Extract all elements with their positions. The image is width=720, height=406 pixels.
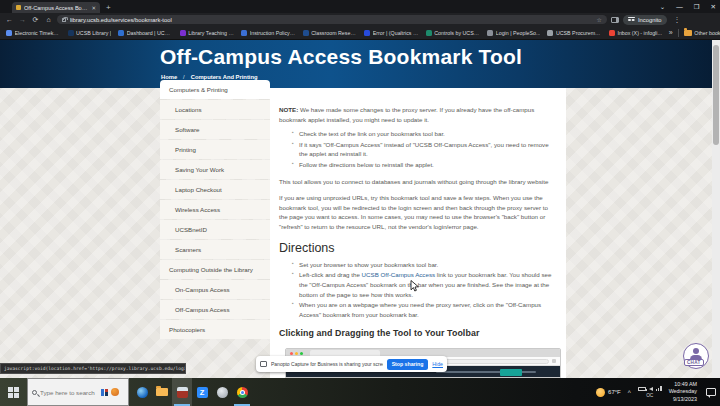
minimize-button[interactable]: — bbox=[676, 0, 683, 13]
tab-favicon-icon bbox=[16, 5, 21, 10]
bookmark-item[interactable]: Classroom Reserva... bbox=[303, 30, 358, 36]
chrome-app-button[interactable] bbox=[232, 378, 252, 406]
incognito-label: Incognito bbox=[638, 17, 662, 23]
chat-label: CHAT bbox=[684, 359, 704, 366]
other-bookmarks-button[interactable]: Other bookmarks bbox=[684, 30, 720, 36]
scrollbar-thumb[interactable] bbox=[713, 45, 719, 145]
directions-bullet-list: Set your browser to show your bookmarks … bbox=[292, 260, 556, 320]
action-center-icon[interactable] bbox=[706, 388, 716, 396]
screenshot-nav-links bbox=[436, 371, 506, 373]
search-input[interactable] bbox=[40, 389, 98, 396]
search-daily-icon bbox=[111, 388, 119, 396]
bookmark-favicon-icon bbox=[609, 30, 615, 36]
bookmark-favicon-icon bbox=[547, 30, 553, 36]
browser-tab[interactable]: Off-Campus Access Bookmark To ✕ bbox=[12, 2, 100, 13]
network-icon[interactable] bbox=[656, 386, 662, 391]
close-button[interactable]: ✕ bbox=[711, 0, 716, 13]
file-explorer-button[interactable] bbox=[152, 378, 172, 406]
bookmark-item[interactable]: Controls by UCSB... bbox=[426, 30, 481, 36]
home-button[interactable]: ⌂ bbox=[44, 16, 53, 23]
back-button[interactable]: ← bbox=[5, 16, 14, 23]
bookmark-item[interactable]: Error | (Qualtrics In... bbox=[364, 30, 419, 36]
bookmarks-overflow-icon[interactable]: » bbox=[669, 29, 673, 36]
new-tab-button[interactable]: + bbox=[106, 2, 111, 13]
dragging-heading: Clicking and Dragging the Tool to Your T… bbox=[279, 328, 556, 338]
sidebar-item-computing-outside[interactable]: Computing Outside the Library bbox=[160, 260, 270, 279]
hide-link[interactable]: Hide bbox=[432, 361, 443, 367]
volume-icon[interactable] bbox=[649, 387, 653, 391]
main-content: NOTE: We have made some changes to the p… bbox=[270, 88, 566, 378]
sidebar-item-scanners[interactable]: Scanners bbox=[160, 240, 270, 259]
file-explorer-icon bbox=[156, 388, 168, 396]
tab-close-icon[interactable]: ✕ bbox=[91, 5, 96, 11]
mac-close-icon bbox=[290, 352, 293, 355]
tab-search-icon[interactable]: ⌄ bbox=[660, 0, 665, 13]
chrome-icon bbox=[237, 387, 248, 398]
bookmark-favicon-icon bbox=[426, 30, 432, 36]
bookmark-star-icon[interactable]: ☆ bbox=[597, 16, 602, 23]
sidebar-item-locations[interactable]: Locations bbox=[160, 100, 270, 119]
edge-icon bbox=[137, 387, 148, 398]
note-bullet: If it says "Off-Campus Access" instead o… bbox=[292, 140, 556, 159]
taskbar-search-box[interactable] bbox=[27, 378, 129, 406]
sidebar-item-off-campus-access[interactable]: Off-Campus Access bbox=[160, 300, 270, 319]
sidebar-item-wireless-access[interactable]: Wireless Access bbox=[160, 200, 270, 219]
note-bullet-list: Check the text of the link on your bookm… bbox=[292, 129, 556, 169]
gray-app-button[interactable] bbox=[212, 378, 232, 406]
bookmark-favicon-icon bbox=[487, 30, 493, 36]
side-panel-icon[interactable] bbox=[611, 17, 619, 23]
bookmark-favicon-icon bbox=[6, 30, 12, 36]
sidebar-item-ucsbnetid[interactable]: UCSBnetID bbox=[160, 220, 270, 239]
note-bullet: Follow the directions below to reinstall… bbox=[292, 160, 556, 170]
start-button[interactable] bbox=[0, 378, 27, 406]
address-bar[interactable]: library.ucsb.edu/services/bookmark-tool … bbox=[57, 15, 607, 24]
off-campus-access-bookmarklet-link[interactable]: UCSB Off-Campus Access bbox=[362, 271, 435, 278]
bookmark-item[interactable]: UCSB Procurement... bbox=[547, 30, 602, 36]
sidebar-item-on-campus-access[interactable]: On-Campus Access bbox=[160, 280, 270, 299]
screen-share-notification: Panopto Capture for Business is sharing … bbox=[256, 356, 447, 372]
bookmark-item[interactable]: Electronic Timeke... bbox=[6, 30, 61, 36]
clock-time: 10:49 AM bbox=[669, 381, 697, 388]
bookmark-item[interactable]: UCSB Library | bbox=[68, 30, 112, 36]
bookmark-item[interactable]: Instruction Policy a... bbox=[241, 30, 296, 36]
note-label: NOTE: bbox=[279, 106, 298, 113]
battery-icon[interactable] bbox=[638, 387, 646, 391]
weather-widget[interactable]: 67°F bbox=[596, 388, 621, 397]
reload-button[interactable]: ⟳ bbox=[31, 16, 40, 24]
folder-icon bbox=[684, 30, 692, 36]
sidebar-item-saving-your-work[interactable]: Saving Your Work bbox=[160, 160, 270, 179]
tray-expand-icon[interactable]: ^ bbox=[628, 389, 631, 396]
sidebar-item-printing[interactable]: Printing bbox=[160, 140, 270, 159]
unproxied-paragraph: If you are using unproxied URLs, try thi… bbox=[279, 193, 556, 231]
sun-icon bbox=[596, 388, 605, 397]
active-app-button[interactable] bbox=[172, 378, 192, 406]
restore-button[interactable]: ❐ bbox=[694, 0, 700, 13]
bookmark-item[interactable]: Login | PeopleSo... bbox=[487, 30, 540, 36]
stop-sharing-button[interactable]: Stop sharing bbox=[387, 359, 429, 370]
note-bullet: Check the text of the link on your bookm… bbox=[292, 129, 556, 139]
mac-minimize-icon bbox=[295, 352, 298, 355]
tray-icons: OC bbox=[638, 386, 662, 398]
screen-share-message: Panopto Capture for Business is sharing … bbox=[271, 361, 383, 367]
bookmark-favicon-icon bbox=[303, 30, 309, 36]
taskbar-clock[interactable]: 10:49 AM Wednesday 9/13/2023 bbox=[669, 381, 697, 402]
sidebar-item-computers-printing[interactable]: Computers & Printing bbox=[160, 80, 270, 99]
sidebar-item-laptop-checkout[interactable]: Laptop Checkout bbox=[160, 180, 270, 199]
zoom-app-button[interactable] bbox=[192, 378, 212, 406]
url-text[interactable]: library.ucsb.edu/services/bookmark-tool bbox=[70, 17, 593, 23]
browser-menu-icon[interactable]: ⋮ bbox=[671, 16, 684, 24]
incognito-badge[interactable]: Incognito bbox=[623, 15, 667, 25]
chat-widget-button[interactable]: CHAT bbox=[683, 343, 711, 371]
input-language-indicator[interactable]: OC bbox=[646, 393, 653, 398]
forward-button[interactable]: → bbox=[18, 16, 27, 23]
sidebar-item-label: Software bbox=[175, 126, 199, 133]
sidebar-item-photocopiers[interactable]: Photocopiers bbox=[160, 320, 270, 339]
bookmark-item[interactable]: Library Teaching &... bbox=[180, 30, 235, 36]
bookmark-item[interactable]: Inbox (X) - infogli... bbox=[609, 30, 662, 36]
page-scrollbar[interactable] bbox=[712, 40, 720, 378]
sidebar-item-software[interactable]: Software bbox=[160, 120, 270, 139]
bookmark-item[interactable]: Dashboard | UCPath bbox=[118, 30, 173, 36]
edge-app-button[interactable] bbox=[132, 378, 152, 406]
bookmark-favicon-icon bbox=[364, 30, 370, 36]
window-controls: ⌄ — ❐ ✕ bbox=[660, 0, 716, 13]
